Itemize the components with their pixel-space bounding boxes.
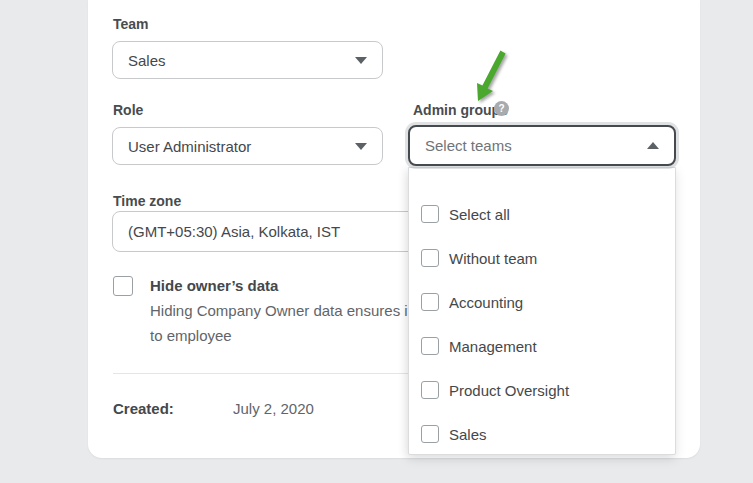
checkbox[interactable] — [421, 381, 439, 399]
checkbox[interactable] — [421, 293, 439, 311]
dropdown-option-select-all[interactable]: Select all — [409, 192, 675, 236]
role-label: Role — [113, 102, 143, 118]
checkbox[interactable] — [421, 425, 439, 443]
role-select-value: User Administrator — [128, 138, 251, 155]
dropdown-option-label: Select all — [449, 206, 510, 223]
dropdown-option-without-team[interactable]: Without team — [409, 236, 675, 280]
help-question-icon[interactable]: ? — [494, 101, 509, 116]
dropdown-option-label: Product Oversight — [449, 382, 569, 399]
hide-owner-description-line2: to employee — [150, 327, 232, 344]
dropdown-option-management[interactable]: Management — [409, 324, 675, 368]
dropdown-option-label: Without team — [449, 250, 537, 267]
page-background: Team Sales Role User Administrator Admin… — [0, 0, 753, 483]
chevron-down-icon — [355, 57, 367, 64]
checkbox[interactable] — [421, 337, 439, 355]
timezone-label: Time zone — [113, 193, 181, 209]
team-select[interactable]: Sales — [112, 41, 383, 79]
dropdown-option-accounting[interactable]: Accounting — [409, 280, 675, 324]
dropdown-option-label: Accounting — [449, 294, 523, 311]
created-value: July 2, 2020 — [233, 400, 314, 417]
timezone-select-value: (GMT+05:30) Asia, Kolkata, IST — [128, 223, 340, 240]
hide-owner-checkbox[interactable] — [113, 276, 133, 296]
chevron-up-icon — [647, 142, 659, 149]
role-select[interactable]: User Administrator — [112, 127, 383, 165]
created-label: Created: — [113, 400, 174, 417]
dropdown-option-sales[interactable]: Sales — [409, 412, 675, 455]
dropdown-option-label: Management — [449, 338, 537, 355]
checkbox[interactable] — [421, 249, 439, 267]
admin-groups-placeholder: Select teams — [425, 137, 512, 154]
admin-groups-select[interactable]: Select teams — [408, 125, 676, 166]
team-select-value: Sales — [128, 52, 166, 69]
checkbox[interactable] — [421, 205, 439, 223]
dropdown-option-product-oversight[interactable]: Product Oversight — [409, 368, 675, 412]
hide-owner-description-line1: Hiding Company Owner data ensures it — [150, 302, 412, 319]
settings-card: Team Sales Role User Administrator Admin… — [88, 0, 700, 458]
admin-groups-dropdown-panel: Select all Without team Accounting Manag… — [408, 167, 676, 455]
chevron-down-icon — [355, 143, 367, 150]
dropdown-option-label: Sales — [449, 426, 487, 443]
team-label: Team — [113, 16, 149, 32]
hide-owner-label[interactable]: Hide owner’s data — [150, 277, 278, 294]
